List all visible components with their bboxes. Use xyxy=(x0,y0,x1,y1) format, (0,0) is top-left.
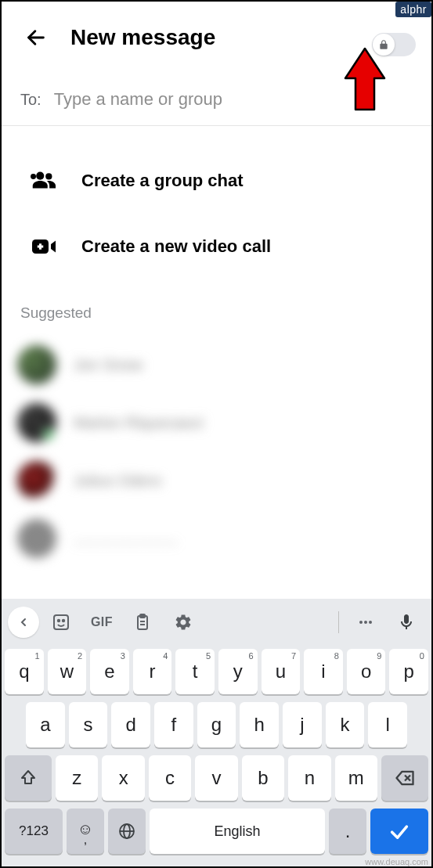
key-j[interactable]: j xyxy=(283,702,322,747)
group-chat-label: Create a group chat xyxy=(81,171,244,191)
contact-row[interactable]: Jon Snow xyxy=(2,336,431,394)
key-i[interactable]: i8 xyxy=(304,649,343,694)
shift-key[interactable] xyxy=(5,755,52,801)
keyboard-row-2: asdfghjkl xyxy=(5,702,428,747)
key-a[interactable]: a xyxy=(26,702,65,747)
avatar xyxy=(17,461,56,500)
avatar xyxy=(17,345,56,384)
key-f[interactable]: f xyxy=(154,702,193,747)
svg-point-9 xyxy=(63,620,64,621)
svg-point-15 xyxy=(364,621,367,624)
key-x[interactable]: x xyxy=(102,755,144,801)
clipboard-icon[interactable] xyxy=(124,607,161,638)
svg-point-1 xyxy=(36,172,44,180)
key-w[interactable]: w2 xyxy=(48,649,87,694)
site-badge: alphr xyxy=(395,2,431,17)
collapse-toolbar-button[interactable] xyxy=(8,607,39,638)
gear-icon[interactable] xyxy=(164,607,202,638)
key-m[interactable]: m xyxy=(335,755,377,801)
page-title: New message xyxy=(70,25,215,50)
watermark: www.deuaq.com xyxy=(365,857,428,866)
key-b[interactable]: b xyxy=(242,755,284,801)
key-z[interactable]: z xyxy=(56,755,98,801)
keyboard-row-1: q1w2e3r4t5y6u7i8o9p0 xyxy=(5,649,428,694)
enter-key[interactable] xyxy=(370,809,428,854)
svg-point-16 xyxy=(369,621,372,624)
group-icon xyxy=(28,165,60,196)
key-q[interactable]: q1 xyxy=(5,649,44,694)
create-video-call-option[interactable]: Create a new video call xyxy=(2,214,431,279)
mic-icon[interactable] xyxy=(388,607,425,638)
key-n[interactable]: n xyxy=(288,755,330,801)
annotation-arrow-icon xyxy=(341,47,388,113)
key-k[interactable]: k xyxy=(326,702,365,747)
backspace-key[interactable] xyxy=(381,755,428,801)
avatar xyxy=(17,403,56,442)
keyboard-row-3: zxcvbnm xyxy=(5,755,428,801)
key-u[interactable]: u7 xyxy=(262,649,301,694)
avatar xyxy=(17,519,56,558)
key-p[interactable]: p0 xyxy=(389,649,428,694)
back-arrow-icon[interactable] xyxy=(25,27,47,49)
svg-point-14 xyxy=(359,621,363,624)
more-icon[interactable] xyxy=(347,607,384,638)
period-key[interactable]: . xyxy=(329,809,366,854)
suggested-header: Suggested xyxy=(2,279,431,336)
svg-rect-6 xyxy=(39,243,41,250)
create-group-chat-option[interactable]: Create a group chat xyxy=(2,148,431,214)
key-o[interactable]: o9 xyxy=(347,649,386,694)
key-y[interactable]: y6 xyxy=(218,649,258,694)
gif-button[interactable]: GIF xyxy=(83,607,121,638)
contact-name: ........................ xyxy=(74,530,178,548)
contact-row[interactable]: Marlon Riquecaoci xyxy=(2,394,431,452)
contact-name: Marlon Riquecaoci xyxy=(74,414,204,432)
sticker-icon[interactable] xyxy=(42,607,80,638)
contact-name: Julius Odero xyxy=(74,472,161,490)
key-d[interactable]: d xyxy=(111,702,150,747)
key-l[interactable]: l xyxy=(368,702,407,747)
keyboard: GIF q1w2e3r4t5y6u7i8o9p0 asdfghjkl zxcvb… xyxy=(2,599,431,866)
key-g[interactable]: g xyxy=(197,702,236,747)
key-c[interactable]: c xyxy=(149,755,191,801)
svg-point-3 xyxy=(31,174,36,179)
language-key[interactable] xyxy=(108,809,146,854)
contact-row[interactable]: ........................ xyxy=(2,510,431,567)
svg-rect-7 xyxy=(54,615,68,629)
keyboard-row-4: ?123 ☺ , English . xyxy=(5,809,428,854)
contact-row[interactable]: Julius Odero xyxy=(2,452,431,510)
emoji-key[interactable]: ☺ , xyxy=(67,809,104,854)
space-key[interactable]: English xyxy=(150,809,325,854)
key-t[interactable]: t5 xyxy=(175,649,215,694)
svg-point-2 xyxy=(45,173,52,179)
video-call-label: Create a new video call xyxy=(81,236,271,257)
key-r[interactable]: r4 xyxy=(133,649,172,694)
key-e[interactable]: e3 xyxy=(90,649,129,694)
key-h[interactable]: h xyxy=(240,702,279,747)
to-label: To: xyxy=(20,91,41,109)
video-call-icon xyxy=(28,231,60,262)
symbols-key[interactable]: ?123 xyxy=(5,809,63,854)
key-s[interactable]: s xyxy=(69,702,108,747)
suggested-list: Jon Snow Marlon Riquecaoci Julius Odero … xyxy=(2,336,431,567)
svg-point-8 xyxy=(58,620,60,621)
keyboard-toolbar: GIF xyxy=(2,599,431,646)
key-v[interactable]: v xyxy=(195,755,237,801)
contact-name: Jon Snow xyxy=(74,356,143,374)
